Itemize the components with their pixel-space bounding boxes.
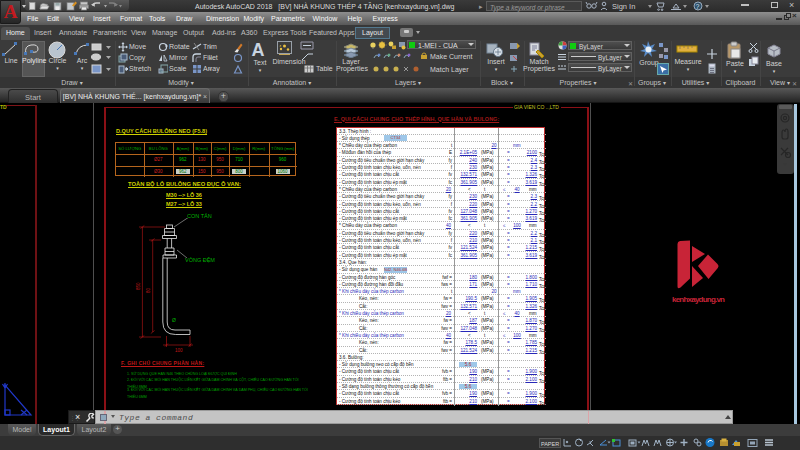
svg-text:850: 850 — [136, 282, 141, 290]
svg-text:?: ? — [696, 3, 700, 10]
svg-text:Sign In: Sign In — [612, 2, 635, 11]
svg-text:kenhxaydung.vn: kenhxaydung.vn — [672, 295, 725, 304]
svg-text:Ø: Ø — [172, 317, 176, 323]
svg-text:100: 100 — [175, 348, 183, 353]
svg-text:80: 80 — [146, 287, 151, 293]
